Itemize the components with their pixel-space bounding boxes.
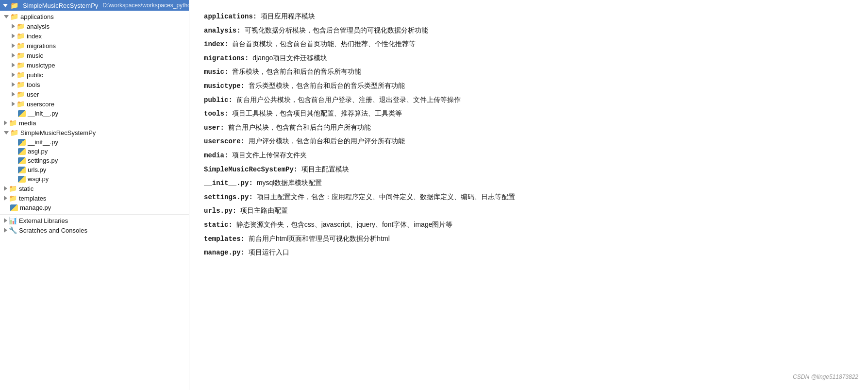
content-value: 前台用户公共模块，包含前台用户登录、注册、退出登录、文件上传等操作	[236, 93, 461, 106]
content-area: applications: 项目应用程序模块analysis: 可视化数据分析模…	[189, 0, 868, 390]
tree-item-scratches[interactable]: 🔧 Scratches and Consoles	[0, 225, 189, 235]
folder-icon: 📁	[9, 185, 17, 192]
tree-item-asgi-py[interactable]: asgi.py	[0, 147, 189, 156]
content-key: analysis:	[204, 24, 241, 37]
item-label: userscore	[27, 101, 54, 108]
item-label: Scratches and Consoles	[19, 227, 87, 234]
folder-icon: 📁	[17, 61, 25, 69]
tree-item-simplemusicrecsystempy[interactable]: 📁 SimpleMusicRecSystemPy	[0, 128, 189, 137]
folder-icon: 📁	[17, 32, 25, 40]
arrow-right-icon	[4, 120, 7, 125]
content-line: user: 前台用户模块，包含前台和后台的用户所有功能	[204, 121, 853, 135]
content-line: SimpleMusicRecSystemPy: 项目主配置模块	[204, 163, 853, 176]
folder-icon: 📁	[9, 119, 17, 127]
file-py-icon	[18, 110, 26, 117]
file-py-icon	[18, 167, 26, 173]
content-line: manage.py: 项目运行入口	[204, 246, 853, 259]
item-label: wsgi.py	[28, 175, 49, 183]
tree-item-applications[interactable]: 📁 applications	[0, 12, 189, 21]
file-py-icon	[18, 148, 26, 155]
arrow-right-icon	[12, 63, 15, 68]
tree-item-migrations[interactable]: 📁 migrations	[0, 41, 189, 51]
content-line: __init__.py: mysql数据库模块配置	[204, 176, 853, 190]
content-value: 项目文件上传保存文件夹	[232, 149, 307, 162]
tree-item-init-py-app[interactable]: __init__.py	[0, 109, 189, 118]
content-line: applications: 项目应用程序模块	[204, 10, 853, 23]
tree-item-index[interactable]: 📁 index	[0, 31, 189, 41]
arrow-down-icon	[4, 15, 9, 18]
item-label: tools	[27, 81, 40, 88]
item-label: music	[27, 52, 43, 59]
file-tree: 📁 applications 📁 analysis 📁 index 📁 migr…	[0, 11, 189, 390]
folder-icon: 📁	[10, 129, 18, 136]
content-value: 用户评分模块，包含前台和后台的用户评分所有功能	[249, 135, 405, 148]
tree-item-settings-py[interactable]: settings.py	[0, 156, 189, 165]
tree-item-tools[interactable]: 📁 tools	[0, 80, 189, 89]
item-label: migrations	[27, 42, 56, 50]
arrow-right-icon	[12, 102, 15, 106]
folder-icon: 📁	[10, 13, 18, 20]
project-folder-icon: 📁	[10, 1, 18, 9]
tree-item-userscore[interactable]: 📁 userscore	[0, 99, 189, 109]
content-line: settings.py: 项目主配置文件，包含：应用程序定义、中间件定义、数据库…	[204, 190, 853, 204]
tree-item-templates[interactable]: 📁 templates	[0, 193, 189, 203]
content-line: migrations: django项目文件迁移模块	[204, 51, 853, 65]
tree-item-wsgi-py[interactable]: wsgi.py	[0, 174, 189, 184]
tree-item-public[interactable]: 📁 public	[0, 70, 189, 80]
item-label: musictype	[27, 62, 55, 69]
item-label: applications	[20, 13, 54, 20]
content-value: 项目主配置文件，包含：应用程序定义、中间件定义、数据库定义、编码、日志等配置	[257, 190, 515, 203]
tree-item-music[interactable]: 📁 music	[0, 51, 189, 60]
arrow-right-icon	[12, 43, 15, 48]
tree-item-user[interactable]: 📁 user	[0, 89, 189, 99]
library-icon: 📊	[9, 217, 17, 224]
file-py-icon	[18, 139, 26, 146]
item-label: __init__.py	[28, 110, 58, 117]
tree-item-init-py-main[interactable]: __init__.py	[0, 137, 189, 147]
item-label: urls.py	[28, 166, 46, 173]
content-value: django项目文件迁移模块	[252, 51, 327, 65]
content-value: 前台首页模块，包含前台首页功能、热们推荐、个性化推荐等	[232, 37, 416, 51]
content-value: 项目主路由配置	[240, 204, 288, 217]
tree-item-analysis[interactable]: 📁 analysis	[0, 21, 189, 31]
tree-item-external-libraries[interactable]: 📊 External Libraries	[0, 214, 189, 225]
tree-item-media[interactable]: 📁 media	[0, 118, 189, 128]
file-py-icon	[18, 176, 26, 183]
item-label: public	[27, 71, 43, 79]
arrow-right-icon	[12, 82, 15, 87]
item-label: __init__.py	[28, 138, 58, 146]
arrow-down-icon	[4, 131, 9, 135]
tree-item-manage-py[interactable]: manage.py	[0, 203, 189, 212]
tree-item-static[interactable]: 📁 static	[0, 184, 189, 193]
content-key: music:	[204, 66, 228, 79]
content-value: 可视化数据分析模块，包含后台管理员的可视化数据分析功能	[245, 24, 428, 37]
arrow-right-icon	[12, 92, 15, 97]
arrow-right-icon	[4, 228, 7, 233]
arrow-right-icon	[4, 218, 7, 223]
content-value: 项目应用程序模块	[261, 10, 315, 23]
file-py-icon	[18, 157, 26, 164]
folder-icon: 📁	[17, 100, 25, 108]
folder-icon: 📁	[9, 194, 17, 202]
tree-item-musictype[interactable]: 📁 musictype	[0, 60, 189, 70]
content-line: musictype: 音乐类型模块，包含前台和后台的音乐类型所有功能	[204, 79, 853, 93]
content-value: 前台用户html页面和管理员可视化数据分析html	[249, 232, 390, 245]
content-key: musictype:	[204, 80, 245, 93]
content-line: static: 静态资源文件夹，包含css、javascript、jquery、…	[204, 218, 853, 232]
item-label: asgi.py	[28, 148, 48, 155]
content-value: 前台用户模块，包含前台和后台的用户所有功能	[228, 121, 371, 134]
content-value: 音乐类型模块，包含前台和后台的音乐类型所有功能	[249, 79, 405, 92]
content-key: manage.py:	[204, 246, 245, 259]
arrow-right-icon	[12, 72, 15, 77]
item-label: templates	[19, 195, 46, 202]
tree-item-urls-py[interactable]: urls.py	[0, 165, 189, 174]
item-label: user	[27, 91, 39, 98]
arrow-right-icon	[12, 34, 15, 38]
item-label: index	[27, 33, 42, 40]
item-label: media	[19, 119, 36, 127]
content-key: userscore:	[204, 135, 245, 148]
project-header[interactable]: 📁 SimpleMusicRecSystemPy D:\workspaces\w…	[0, 0, 189, 11]
folder-icon: 📁	[17, 22, 25, 30]
project-collapse-icon[interactable]	[3, 4, 8, 7]
item-label: analysis	[27, 23, 50, 30]
